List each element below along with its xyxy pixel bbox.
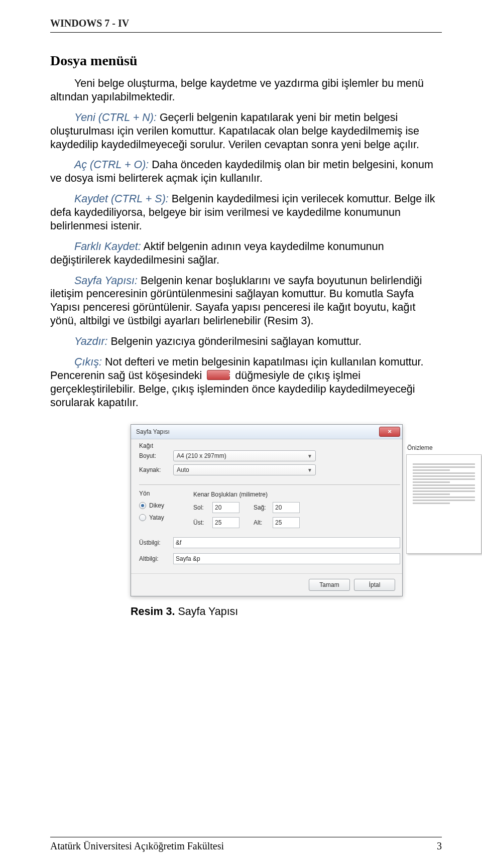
ust-label: Üst: xyxy=(193,519,207,526)
radio-dikey[interactable]: Dikey xyxy=(139,502,193,509)
preview-label: Önizleme xyxy=(406,444,481,451)
yon-kenar-group: Yön Dikey Yatay xyxy=(139,484,400,532)
alt-input[interactable]: 25 xyxy=(273,517,300,528)
kagit-group: Kağıt Boyut: A4 (210 x 297mm) ▼ Kaynak: xyxy=(139,446,400,475)
kaynak-value: Auto xyxy=(177,466,189,473)
paragraph-sayfa-yapisi: Sayfa Yapısı: Belgenin kenar boşlukların… xyxy=(50,274,442,328)
term-ac: Aç (CTRL + O): xyxy=(74,159,149,171)
paragraph-cikis: Çıkış: Not defteri ve metin belgesinin k… xyxy=(50,355,442,410)
cancel-button[interactable]: İptal xyxy=(354,579,395,591)
chevron-down-icon: ▼ xyxy=(307,467,312,473)
sol-input[interactable]: 20 xyxy=(212,502,239,513)
term-cikis: Çıkış: xyxy=(74,356,102,368)
chevron-down-icon: ▼ xyxy=(307,453,312,459)
sol-label: Sol: xyxy=(193,504,207,511)
term-farkli-kaydet: Farklı Kaydet: xyxy=(74,240,141,253)
term-yazdir: Yazdır: xyxy=(74,335,108,347)
paragraph-yeni: Yeni (CTRL + N): Geçerli belgenin kapatı… xyxy=(50,111,442,152)
boyut-select[interactable]: A4 (210 x 297mm) ▼ xyxy=(173,450,316,461)
boyut-label: Boyut: xyxy=(139,452,173,459)
paragraph-ac: Aç (CTRL + O): Daha önceden kaydedilmiş … xyxy=(50,158,442,185)
figure-caption: Resim 3. Sayfa Yapısı xyxy=(131,605,442,618)
kaynak-select[interactable]: Auto ▼ xyxy=(173,464,316,475)
close-icon xyxy=(207,370,230,380)
ok-button[interactable]: Tamam xyxy=(309,579,350,591)
caption-bold: Resim 3. xyxy=(131,605,175,617)
radio-dot-icon xyxy=(139,502,146,509)
page-setup-dialog: Sayfa Yapısı Kağıt Boyut: A4 (210 x 297m… xyxy=(131,424,403,596)
yon-legend: Yön xyxy=(139,490,193,497)
ustbilgi-input[interactable]: &f xyxy=(173,537,400,548)
section-heading: Dosya menüsü xyxy=(50,53,442,69)
paragraph-farkli-kaydet: Farklı Kaydet: Aktif belgenin adının vey… xyxy=(50,240,442,267)
dialog-close-button[interactable] xyxy=(379,427,400,437)
radio-yatay-label: Yatay xyxy=(149,514,164,521)
caption-rest: Sayfa Yapısı xyxy=(175,605,238,617)
radio-dikey-label: Dikey xyxy=(149,502,164,509)
boyut-value: A4 (210 x 297mm) xyxy=(177,452,226,459)
preview-page xyxy=(406,454,481,554)
figure-page-setup: Sayfa Yapısı Kağıt Boyut: A4 (210 x 297m… xyxy=(131,424,442,596)
body-yazdir: Belgenin yazıcıya gönderilmesini sağlaya… xyxy=(108,335,362,347)
kagit-legend: Kağıt xyxy=(139,442,156,449)
radio-yatay[interactable]: Yatay xyxy=(139,514,193,521)
dialog-button-row: Tamam İptal xyxy=(131,573,402,596)
kenar-legend: Kenar Boşlukları (milimetre) xyxy=(193,491,400,498)
footer-left: Atatürk Üniversitesi Açıköğretim Fakülte… xyxy=(50,840,224,852)
paragraph-kaydet: Kaydet (CTRL + S): Belgenin kaydedilmesi… xyxy=(50,192,442,233)
kaynak-label: Kaynak: xyxy=(139,466,173,473)
term-yeni: Yeni (CTRL + N): xyxy=(74,111,157,123)
sag-label: Sağ: xyxy=(254,504,268,511)
term-kaydet: Kaydet (CTRL + S): xyxy=(74,193,169,205)
dialog-title: Sayfa Yapısı xyxy=(136,428,170,435)
page-footer: Atatürk Üniversitesi Açıköğretim Fakülte… xyxy=(50,837,442,852)
sag-input[interactable]: 20 xyxy=(273,502,300,513)
paragraph-yazdir: Yazdır: Belgenin yazıcıya gönderilmesini… xyxy=(50,335,442,348)
document-header: WINDOWS 7 - IV xyxy=(50,18,442,33)
altbilgi-label: Altbilgi: xyxy=(139,555,173,562)
ustbilgi-label: Üstbilgi: xyxy=(139,539,173,546)
footer-page-number: 3 xyxy=(437,840,442,852)
dialog-titlebar: Sayfa Yapısı xyxy=(131,425,402,439)
alt-label: Alt: xyxy=(254,519,268,526)
radio-dot-icon xyxy=(139,514,146,521)
term-sayfa-yapisi: Sayfa Yapısı: xyxy=(74,275,138,287)
intro-paragraph: Yeni belge oluşturma, belge kaydetme ve … xyxy=(50,77,442,104)
altbilgi-input[interactable]: Sayfa &p xyxy=(173,553,400,564)
ust-input[interactable]: 25 xyxy=(212,517,239,528)
